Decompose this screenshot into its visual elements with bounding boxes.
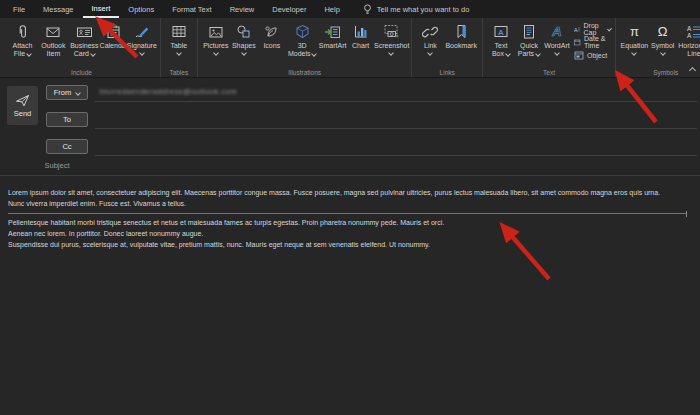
cc-button[interactable]: Cc (46, 139, 88, 154)
3d-models-button[interactable]: 3D Models (286, 21, 319, 58)
arrow-to-horizontal-line-button (618, 74, 656, 122)
dropdown-caret-icon (90, 51, 96, 57)
equation-button[interactable]: π Equation (620, 21, 649, 57)
tab-insert[interactable]: Insert (83, 0, 120, 18)
outlook-item-button[interactable]: Outlook Item (38, 21, 69, 58)
table-button[interactable]: Table (165, 21, 193, 57)
bookmark-button[interactable]: Bookmark (444, 21, 478, 51)
send-plane-icon (15, 94, 30, 107)
screenshot-button[interactable]: Screenshot (375, 21, 408, 57)
dropdown-caret-icon (632, 50, 638, 56)
omega-icon: Ω (658, 25, 668, 38)
lightbulb-icon (363, 4, 372, 15)
drop-cap-button[interactable]: A Drop Cap (574, 24, 611, 34)
paperclip-icon (15, 24, 30, 40)
body-text-line: Suspendisse dui purus, scelerisque at, v… (8, 239, 695, 250)
group-label-tables: Tables (161, 69, 197, 76)
tell-me-label: Tell me what you want to do (377, 5, 470, 14)
dropdown-caret-icon (607, 27, 612, 32)
chart-icon (353, 24, 368, 39)
object-button[interactable]: Object (574, 50, 611, 60)
horizontal-line-button[interactable]: A A Horizontal Line (677, 21, 700, 58)
ribbon-group-tables: Table Tables (161, 18, 198, 77)
dropdown-caret-icon (388, 50, 394, 56)
group-label-illustrations: Illustrations (198, 69, 412, 76)
chevron-down-icon (75, 90, 81, 96)
pictures-button[interactable]: Pictures (202, 21, 230, 57)
dropdown-caret-icon (554, 50, 560, 56)
ribbon-group-include: Attach File Outlook Item Business Card (3, 18, 161, 77)
ribbon-group-illustrations: Pictures Shapes Icons (198, 18, 413, 77)
text-box-button[interactable]: A Text Box (487, 21, 515, 58)
quick-parts-icon (522, 24, 536, 40)
body-text-line: Lorem ipsum dolor sit amet, consectetuer… (8, 187, 695, 198)
cc-field[interactable] (95, 155, 697, 156)
message-body[interactable]: Lorem ipsum dolor sit amet, consectetuer… (8, 187, 695, 250)
wordart-button[interactable]: A WordArt (543, 21, 571, 57)
tab-options[interactable]: Options (119, 0, 163, 18)
table-icon (171, 24, 187, 39)
ribbon-tab-bar: File Message Insert Options Format Text … (0, 0, 700, 18)
symbol-button[interactable]: Ω Symbol (649, 21, 677, 57)
tab-developer[interactable]: Developer (263, 0, 315, 18)
dropdown-caret-icon (505, 51, 511, 57)
svg-text:A: A (687, 25, 692, 32)
text-box-icon: A (493, 24, 509, 39)
chart-button[interactable]: Chart (347, 21, 375, 51)
body-text-line: Aenean nec lorem. In porttitor. Donec la… (8, 228, 695, 239)
inserted-horizontal-line[interactable] (8, 213, 687, 214)
from-address-redacted: blurredsenderaddress@outlook.com (100, 87, 237, 96)
group-label-text: Text (483, 69, 615, 76)
link-button[interactable]: Link (416, 21, 444, 57)
screenshot-camera-icon (383, 24, 400, 39)
signature-button[interactable]: Signature (128, 21, 156, 57)
date-time-button[interactable]: Date & Time (574, 37, 611, 47)
svg-text:A: A (687, 32, 692, 39)
from-field-underline[interactable] (95, 101, 697, 102)
from-button[interactable]: From (46, 85, 88, 100)
dropdown-caret-icon (213, 50, 219, 56)
attach-file-button[interactable]: Attach File (7, 21, 38, 58)
ribbon-group-links: Link Bookmark Links (412, 18, 483, 77)
tab-file[interactable]: File (4, 0, 34, 18)
to-field[interactable] (95, 128, 697, 129)
dropdown-caret-icon (139, 50, 145, 56)
tab-review[interactable]: Review (221, 0, 264, 18)
quick-parts-button[interactable]: Quick Parts (515, 21, 543, 58)
body-text-line: Pellentesque habitant morbi tristique se… (8, 217, 695, 228)
dropdown-caret-icon (535, 51, 541, 57)
group-label-include: Include (3, 69, 160, 76)
shapes-button[interactable]: Shapes (230, 21, 258, 57)
envelope-icon (45, 25, 61, 39)
wordart-icon: A (549, 24, 565, 39)
group-label-symbols: Symbols (616, 69, 700, 76)
dropdown-caret-icon (26, 51, 32, 57)
calendar-button[interactable]: Calendar (100, 21, 128, 51)
cube-3d-icon (295, 24, 310, 40)
calendar-icon (106, 24, 121, 40)
link-chain-icon (422, 25, 438, 39)
dropdown-caret-icon (176, 50, 182, 56)
to-button[interactable]: To (46, 112, 88, 127)
dropdown-caret-icon (241, 50, 247, 56)
dropdown-caret-icon (312, 51, 318, 57)
business-card-button[interactable]: Business Card (69, 21, 100, 58)
outlook-compose-window: File Message Insert Options Format Text … (0, 0, 700, 415)
bookmark-icon (454, 24, 468, 40)
business-card-icon (76, 25, 93, 39)
tab-format-text[interactable]: Format Text (163, 0, 220, 18)
send-button[interactable]: Send (7, 86, 38, 125)
svg-text:A: A (574, 26, 578, 32)
drop-cap-icon: A (574, 25, 581, 34)
dropdown-caret-icon (660, 50, 666, 56)
tell-me-box[interactable]: Tell me what you want to do (363, 0, 470, 18)
ribbon: Attach File Outlook Item Business Card (0, 18, 700, 78)
tab-message[interactable]: Message (34, 0, 82, 18)
tab-help[interactable]: Help (315, 0, 348, 18)
icons-icon (264, 24, 279, 39)
ribbon-group-symbols: π Equation Ω Symbol A A Horizontal Line … (616, 18, 700, 77)
icons-button[interactable]: Icons (258, 21, 286, 51)
smartart-button[interactable]: SmartArt (319, 21, 347, 51)
shapes-icon (236, 24, 251, 39)
pictures-icon (208, 25, 224, 39)
